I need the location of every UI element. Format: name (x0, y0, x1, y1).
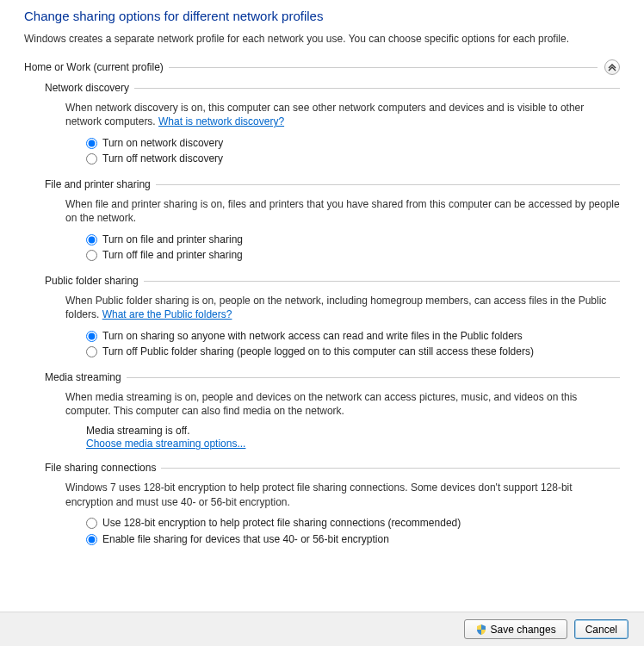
divider (169, 67, 598, 68)
section-title: Network discovery (45, 82, 134, 94)
page-title: Change sharing options for different net… (24, 9, 620, 23)
intro-text: Windows creates a separate network profi… (24, 32, 620, 46)
radio-fp-off[interactable] (86, 250, 97, 261)
section-title: File sharing connections (45, 462, 161, 474)
section-desc: When media streaming is on, people and d… (65, 390, 620, 418)
radio-fsc-4056[interactable] (86, 534, 97, 545)
choose-media-options-link[interactable]: Choose media streaming options... (86, 438, 245, 450)
save-changes-button[interactable]: Save changes (464, 619, 567, 639)
divider (127, 377, 620, 378)
section-file-printer-sharing: File and printer sharing When file and p… (45, 178, 620, 263)
radio-pf-off[interactable] (86, 346, 97, 357)
footer-bar: Save changes Cancel (0, 612, 644, 646)
radio-label[interactable]: Turn on network discovery (102, 136, 223, 151)
whats-public-folders-link[interactable]: What are the Public folders? (102, 308, 232, 320)
collapse-button[interactable] (604, 59, 620, 75)
divider (144, 281, 620, 282)
profile-header[interactable]: Home or Work (current profile) (24, 59, 620, 75)
section-desc: Windows 7 uses 128-bit encryption to hel… (65, 481, 620, 508)
radio-label[interactable]: Enable file sharing for devices that use… (102, 532, 389, 547)
section-desc: When Public folder sharing is on, people… (65, 294, 620, 321)
section-public-folder-sharing: Public folder sharing When Public folder… (45, 275, 620, 359)
button-label: Save changes (491, 624, 556, 636)
section-title: Media streaming (45, 371, 127, 383)
radio-label[interactable]: Turn on file and printer sharing (102, 233, 243, 247)
section-media-streaming: Media streaming When media streaming is … (45, 371, 620, 450)
radio-label[interactable]: Turn off file and printer sharing (102, 248, 243, 263)
button-label: Cancel (585, 624, 617, 636)
media-streaming-status: Media streaming is off. (86, 425, 620, 437)
radio-label[interactable]: Turn off Public folder sharing (people l… (102, 345, 534, 359)
desc-text: When network discovery is on, this compu… (65, 102, 584, 127)
whats-network-discovery-link[interactable]: What is network discovery? (158, 115, 284, 127)
divider (134, 88, 620, 89)
radio-fp-on[interactable] (86, 234, 97, 245)
divider (156, 184, 620, 185)
radio-fsc-128[interactable] (86, 518, 97, 529)
section-title: Public folder sharing (45, 275, 144, 287)
uac-shield-icon (475, 624, 487, 636)
radio-nd-on[interactable] (86, 138, 97, 149)
section-desc: When file and printer sharing is on, fil… (65, 197, 620, 225)
section-network-discovery: Network discovery When network discovery… (45, 82, 620, 166)
radio-pf-on[interactable] (86, 331, 97, 342)
section-desc: When network discovery is on, this compu… (65, 101, 620, 128)
chevron-up-icon (608, 63, 616, 71)
radio-label[interactable]: Turn on sharing so anyone with network a… (102, 329, 523, 344)
profile-label: Home or Work (current profile) (24, 61, 169, 73)
radio-nd-off[interactable] (86, 153, 97, 165)
section-file-sharing-connections: File sharing connections Windows 7 uses … (45, 462, 620, 546)
cancel-button[interactable]: Cancel (574, 619, 629, 639)
divider (161, 468, 620, 469)
radio-label[interactable]: Turn off network discovery (102, 152, 223, 166)
radio-label[interactable]: Use 128-bit encryption to help protect f… (102, 516, 461, 531)
section-title: File and printer sharing (45, 178, 156, 190)
